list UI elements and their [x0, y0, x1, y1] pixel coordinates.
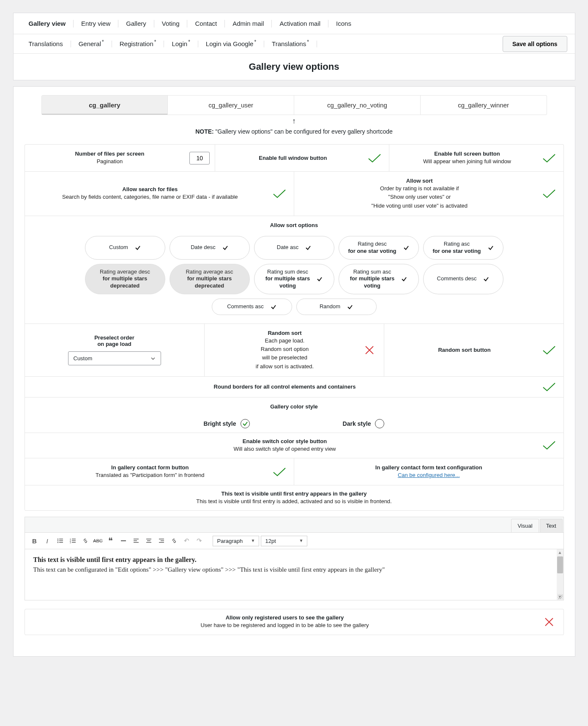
- link-button[interactable]: [80, 535, 91, 546]
- strikethrough-button[interactable]: ABC: [93, 535, 104, 546]
- svg-rect-16: [146, 539, 151, 540]
- italic-button[interactable]: I: [42, 535, 53, 546]
- svg-point-4: [57, 542, 58, 543]
- editor-scrollbar[interactable]: ▲ ▼: [557, 549, 563, 600]
- blockquote-button[interactable]: ❝: [105, 535, 116, 546]
- registered-only-toggle[interactable]: [540, 616, 558, 627]
- full-screen-toggle[interactable]: [540, 153, 558, 163]
- scroll-up-icon[interactable]: ▲: [558, 549, 562, 556]
- contact-cfg-link[interactable]: Can be configured here...: [398, 472, 460, 478]
- editor-toolbar: B I 123 ABC ❝ ↶ ↷ Paragraph 12pt: [25, 533, 563, 549]
- hr-button[interactable]: [118, 535, 129, 546]
- nav-login-google[interactable]: Login via Google*: [198, 34, 264, 53]
- sort-option-rating-average-asc[interactable]: Rating average ascfor multiple starsdepr…: [170, 264, 250, 295]
- svg-rect-21: [159, 542, 164, 543]
- secondary-nav: Translations General* Registration* Logi…: [14, 34, 575, 54]
- nav-voting[interactable]: Voting: [154, 13, 187, 34]
- allow-search-toggle[interactable]: [270, 189, 289, 199]
- fontsize-select[interactable]: 12pt: [261, 536, 307, 546]
- redo-button[interactable]: ↷: [194, 535, 205, 546]
- tab-cg-gallery-no-voting[interactable]: cg_gallery_no_voting: [294, 96, 421, 115]
- contact-btn-toggle[interactable]: [270, 467, 289, 477]
- svg-point-0: [57, 539, 58, 540]
- random-sort-button-label: Random sort button: [389, 347, 540, 353]
- tab-cg-gallery[interactable]: cg_gallery: [42, 96, 168, 115]
- align-center-button[interactable]: [143, 535, 154, 546]
- sort-option-date-asc[interactable]: Date asc: [254, 236, 334, 260]
- nav-translations-2[interactable]: Translations*: [264, 34, 317, 53]
- align-right-button[interactable]: [156, 535, 167, 546]
- insert-link-button[interactable]: [169, 535, 180, 546]
- svg-rect-9: [72, 540, 76, 541]
- sort-option-rating-asc[interactable]: Rating ascfor one star voting: [423, 236, 503, 260]
- nav-admin-mail[interactable]: Admin mail: [225, 13, 271, 34]
- nav-gallery-view[interactable]: Gallery view: [21, 13, 74, 34]
- sort-option-date-desc[interactable]: Date desc: [170, 236, 250, 260]
- shortcode-tabs: cg_gallery cg_gallery_user cg_gallery_no…: [41, 95, 547, 115]
- full-window-toggle[interactable]: [365, 153, 384, 163]
- nav-general[interactable]: General*: [71, 34, 112, 53]
- files-per-screen-input[interactable]: [189, 152, 210, 164]
- contact-cfg-label: In gallery contact form text configurati…: [299, 464, 558, 471]
- gallery-color-style-head: Gallery color style: [25, 397, 563, 414]
- check-icon: [135, 245, 141, 251]
- bold-button[interactable]: B: [29, 535, 40, 546]
- editor-tab-visual[interactable]: Visual: [511, 519, 539, 532]
- check-icon: [242, 421, 248, 427]
- switch-color-toggle[interactable]: [540, 440, 558, 450]
- registered-only-sub: User have to be registered and logged in…: [30, 622, 540, 629]
- note-text: NOTE: "Gallery view options" can be conf…: [14, 126, 575, 144]
- arrow-up-icon: ↑: [14, 117, 575, 126]
- bullet-list-button[interactable]: [55, 535, 66, 546]
- sort-option-rating-sum-asc[interactable]: Rating sum ascfor multiple starsvoting: [339, 264, 419, 295]
- number-list-button[interactable]: 123: [67, 535, 78, 546]
- switch-color-sub: Will also switch style of opened entry v…: [30, 445, 540, 453]
- sort-option-comments-asc[interactable]: Comments asc: [212, 299, 292, 315]
- check-icon: [488, 245, 494, 251]
- svg-rect-14: [134, 540, 137, 541]
- check-icon: [222, 245, 228, 251]
- scroll-thumb[interactable]: [557, 556, 563, 573]
- paragraph-select[interactable]: Paragraph: [213, 536, 259, 546]
- tab-cg-gallery-winner[interactable]: cg_gallery_winner: [421, 96, 547, 115]
- editor-content[interactable]: This text is visible until first entry a…: [25, 549, 563, 600]
- random-sort-toggle[interactable]: [360, 345, 379, 356]
- nav-contact[interactable]: Contact: [187, 13, 224, 34]
- pagination-label: Pagination: [30, 158, 190, 165]
- nav-icons[interactable]: Icons: [328, 13, 359, 34]
- full-screen-sub: Will appear when joining full window: [394, 158, 539, 165]
- tab-cg-gallery-user[interactable]: cg_gallery_user: [168, 96, 294, 115]
- preselect-order-select[interactable]: Custom: [68, 351, 161, 365]
- nav-gallery[interactable]: Gallery: [118, 13, 154, 34]
- random-sort-button-toggle[interactable]: [540, 345, 558, 355]
- check-icon: [403, 245, 409, 251]
- svg-rect-13: [134, 539, 139, 540]
- nav-login[interactable]: Login*: [164, 34, 197, 53]
- chevron-down-icon: [150, 356, 156, 361]
- round-borders-label: Round borders for all control elements a…: [30, 384, 540, 390]
- round-borders-toggle[interactable]: [540, 382, 558, 392]
- sort-option-comments-desc[interactable]: Comments desc: [423, 264, 503, 295]
- allow-sort-label: Allow sort: [299, 178, 540, 184]
- align-left-button[interactable]: [131, 535, 142, 546]
- sort-option-rating-sum-desc[interactable]: Rating sum descfor multiple starsvoting: [254, 264, 334, 295]
- sort-option-random[interactable]: Random: [296, 299, 377, 315]
- svg-rect-15: [134, 542, 139, 543]
- editor-tab-text[interactable]: Text: [540, 519, 563, 532]
- save-all-button[interactable]: Save all options: [503, 36, 567, 52]
- nav-entry-view[interactable]: Entry view: [74, 13, 118, 34]
- nav-activation-mail[interactable]: Activation mail: [272, 13, 328, 34]
- bright-style-radio[interactable]: Bright style: [204, 419, 250, 428]
- sort-option-rating-average-desc[interactable]: Rating average descfor multiple starsdep…: [85, 264, 165, 295]
- undo-button[interactable]: ↶: [181, 535, 192, 546]
- full-screen-label: Enable full screen button: [394, 151, 539, 157]
- resize-grip-icon[interactable]: [558, 594, 563, 599]
- nav-registration[interactable]: Registration*: [112, 34, 164, 53]
- sort-option-rating-desc[interactable]: Rating descfor one star voting: [339, 236, 419, 260]
- nav-translations[interactable]: Translations: [21, 34, 71, 53]
- sort-option-custom[interactable]: Custom: [85, 236, 165, 260]
- dark-style-radio[interactable]: Dark style: [343, 419, 385, 428]
- allow-sort-toggle[interactable]: [540, 189, 558, 199]
- contact-btn-label: In gallery contact form button: [30, 464, 271, 471]
- allow-search-label: Allow search for files: [30, 186, 271, 192]
